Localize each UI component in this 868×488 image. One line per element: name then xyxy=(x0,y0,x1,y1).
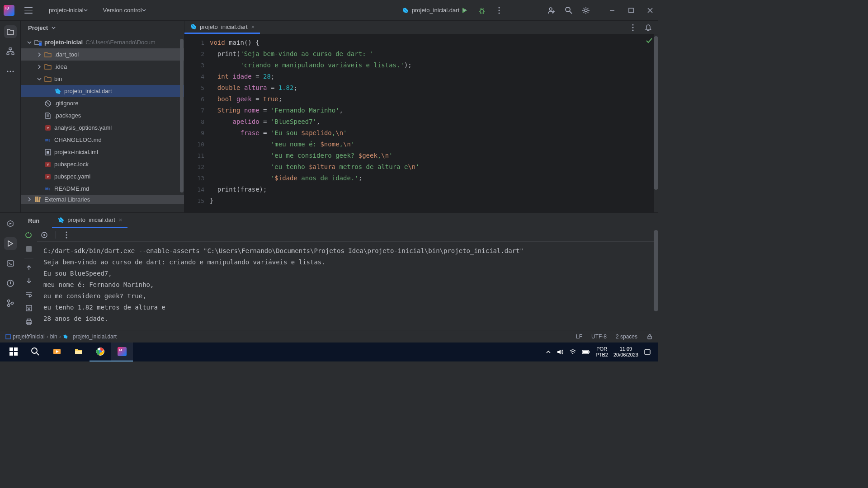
editor-tab[interactable]: projeto_inicial.dart × xyxy=(184,21,260,34)
tree-row[interactable]: projeto-inicial.iml xyxy=(21,146,184,158)
editor-tabs: projeto_inicial.dart × xyxy=(184,21,658,34)
wifi-icon[interactable] xyxy=(569,348,576,356)
tree-row[interactable]: Yanalysis_options.yaml xyxy=(21,122,184,134)
editor-scrollbar[interactable] xyxy=(654,34,658,212)
project-name: projeto-inicial xyxy=(49,7,84,14)
notifications-tray-icon[interactable] xyxy=(644,348,651,356)
chrome-app[interactable] xyxy=(90,343,111,361)
encoding[interactable]: UTF-8 xyxy=(591,333,607,340)
svg-rect-48 xyxy=(14,347,18,351)
tree-scrollbar[interactable] xyxy=(180,39,184,202)
console-output[interactable]: C:/dart-sdk/bin/dart.exe --enable-assert… xyxy=(37,242,654,340)
stop-button[interactable] xyxy=(24,244,33,253)
close-window-button[interactable] xyxy=(646,6,655,15)
tree-root[interactable]: projeto-inicial C:\Users\Fernando\Docum xyxy=(21,36,184,48)
tree-row[interactable]: M↓README.md xyxy=(21,183,184,195)
svg-text:Y: Y xyxy=(47,126,49,130)
vcs-tool-button[interactable] xyxy=(4,297,17,310)
start-button[interactable] xyxy=(3,343,24,361)
code-editor[interactable]: 123456789101112131415 void main() { prin… xyxy=(184,34,658,212)
tree-row[interactable]: Ypubspec.yaml xyxy=(21,170,184,183)
tab-options-button[interactable] xyxy=(628,23,637,32)
version-control-dropdown[interactable]: Version control xyxy=(98,5,150,15)
print-button[interactable] xyxy=(24,317,33,326)
run-side-toolbar xyxy=(21,228,37,340)
tree-row[interactable]: projeto_inicial.dart xyxy=(21,85,184,97)
project-dropdown[interactable]: projeto-inicial xyxy=(43,5,91,15)
project-panel-header[interactable]: Project xyxy=(21,21,184,34)
terminal-tool-button[interactable] xyxy=(4,257,17,270)
tree-row[interactable]: .packages xyxy=(21,109,184,122)
tree-row[interactable]: .idea xyxy=(21,61,184,73)
console-scrollbar[interactable] xyxy=(654,228,658,340)
tree-row[interactable]: M↓CHANGELOG.md xyxy=(21,134,184,146)
input-language[interactable]: PORPTB2 xyxy=(595,346,608,358)
search-taskbar[interactable] xyxy=(24,343,46,361)
run-tool-button[interactable] xyxy=(4,237,17,250)
structure-tool-button[interactable] xyxy=(4,45,17,58)
rerun-button[interactable] xyxy=(24,231,33,240)
close-run-tab-button[interactable]: × xyxy=(119,216,123,223)
main-menu-button[interactable] xyxy=(24,7,33,14)
notifications-button[interactable] xyxy=(644,23,653,32)
svg-point-5 xyxy=(566,7,570,12)
tree-row[interactable]: bin xyxy=(21,73,184,85)
more-tools-button[interactable] xyxy=(4,65,17,78)
soft-wrap-button[interactable] xyxy=(24,290,33,299)
debug-button[interactable] xyxy=(477,6,486,15)
svg-rect-14 xyxy=(39,42,42,46)
svg-rect-58 xyxy=(589,351,590,353)
tray-chevron-icon[interactable] xyxy=(546,349,551,355)
svg-point-3 xyxy=(499,12,500,14)
folder-icon xyxy=(34,39,42,46)
breadcrumb[interactable]: projeto-inicial › bin › projeto_inicial.… xyxy=(5,333,117,340)
svg-point-13 xyxy=(12,71,14,72)
volume-icon[interactable] xyxy=(557,348,564,356)
step-up-button[interactable] xyxy=(24,263,33,272)
crumb[interactable]: projeto-inicial xyxy=(13,333,45,340)
maximize-button[interactable] xyxy=(627,6,636,15)
more-actions-button[interactable] xyxy=(495,6,504,15)
tree-row[interactable]: .dart_tool xyxy=(21,48,184,61)
crumb[interactable]: bin xyxy=(50,333,57,340)
code-content[interactable]: void main() { print('Seja bem-vindo ao c… xyxy=(210,34,654,212)
settings-button[interactable] xyxy=(581,6,590,15)
line-gutter: 123456789101112131415 xyxy=(184,34,210,212)
intellij-app[interactable]: IJ xyxy=(111,343,133,361)
svg-point-42 xyxy=(66,231,67,233)
indent[interactable]: 2 spaces xyxy=(616,333,637,340)
services-tool-button[interactable] xyxy=(4,217,17,230)
search-button[interactable] xyxy=(564,6,573,15)
file-explorer[interactable] xyxy=(68,343,90,361)
panel-title: Project xyxy=(28,24,48,31)
svg-rect-24 xyxy=(35,197,37,202)
run-toolbar-more[interactable] xyxy=(62,230,71,239)
tree-row[interactable]: .gitignore xyxy=(21,97,184,109)
tree-row[interactable]: Ypubspec.lock xyxy=(21,158,184,170)
project-tree[interactable]: projeto-inicial C:\Users\Fernando\Docum … xyxy=(21,34,184,212)
minimize-button[interactable] xyxy=(608,6,617,15)
clock[interactable]: 11:0920/06/2023 xyxy=(613,346,638,358)
run-tab[interactable]: projeto_inicial.dart × xyxy=(52,213,127,228)
readonly-icon[interactable] xyxy=(646,333,653,340)
close-tab-button[interactable]: × xyxy=(251,23,255,30)
battery-icon[interactable] xyxy=(582,349,590,355)
external-libs-label: External Libraries xyxy=(44,196,90,203)
problems-tool-button[interactable] xyxy=(4,277,17,290)
code-with-me-button[interactable] xyxy=(547,6,556,15)
inspection-ok-icon[interactable] xyxy=(646,37,653,46)
run-toolbar-restart[interactable] xyxy=(40,230,49,239)
movies-app[interactable] xyxy=(46,343,68,361)
svg-rect-9 xyxy=(7,53,9,55)
tree-external-libraries[interactable]: External Libraries xyxy=(21,195,184,204)
run-config-selector[interactable]: projeto_inicial.dart xyxy=(402,7,467,14)
vcs-label: Version control xyxy=(103,7,142,14)
crumb[interactable]: projeto_inicial.dart xyxy=(73,333,117,340)
step-down-button[interactable] xyxy=(24,277,33,286)
svg-point-51 xyxy=(32,348,37,353)
run-panel: Run projeto_inicial.dart × xyxy=(0,212,658,330)
svg-rect-19 xyxy=(47,151,49,154)
scroll-to-end-button[interactable] xyxy=(24,304,33,313)
line-separator[interactable]: LF xyxy=(576,333,582,340)
project-tool-button[interactable] xyxy=(4,25,17,38)
